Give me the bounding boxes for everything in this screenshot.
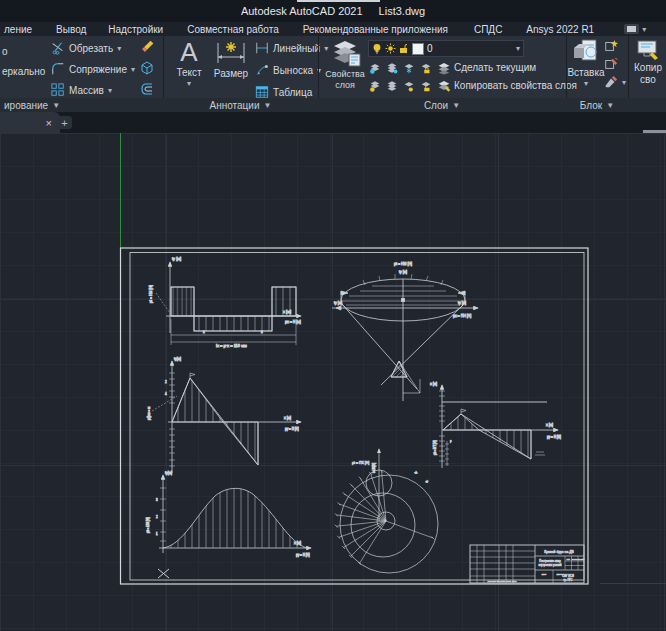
cut-button-label[interactable]: о (2, 46, 8, 57)
ribbon-tab-manage[interactable]: ление (2, 24, 34, 35)
svg-text:z [м]: z [м] (430, 382, 437, 386)
layer-lock-icon[interactable] (419, 61, 433, 75)
trim-button[interactable]: Обрезать ▾ (51, 41, 121, 55)
layer-isolate-icon[interactable] (385, 61, 399, 75)
erase-icon (139, 39, 155, 55)
svg-text:μу = П [Н]: μу = П [Н] (285, 427, 299, 431)
ribbon-display-options-button[interactable]: ▾ (624, 24, 646, 34)
svg-text:x [м]: x [м] (294, 541, 301, 545)
layer-tools-row-1 (368, 60, 452, 75)
block-editor-button[interactable]: ▾ (604, 75, 626, 89)
panel-label-annotation[interactable]: Аннотации ▼ (163, 98, 318, 112)
layer-on-icon[interactable] (368, 79, 382, 93)
svg-text:tх: tх (424, 479, 429, 484)
svg-text:μt = 100 [Н]: μt = 100 [Н] (146, 517, 150, 533)
match-layer-properties-button[interactable]: Копировать свойства слоя (454, 80, 577, 91)
dimension-icon (216, 39, 246, 67)
sun-icon (385, 43, 396, 54)
leader-button[interactable]: Выноска ▾ (255, 63, 321, 77)
chevron-down-icon: ▾ (642, 25, 646, 34)
insert-block-button[interactable]: Вставка ▾ (569, 38, 603, 88)
layer-dropdown[interactable]: 0 ▾ (368, 40, 524, 57)
ribbon: о еркально Обрезать ▾ Сопряжение (0, 36, 666, 112)
layer-properties-icon (328, 38, 362, 68)
ribbon-tab-featured-apps[interactable]: Рекомендованные приложения (301, 24, 450, 35)
linear-dimension-icon (255, 41, 269, 55)
svg-text:μt = НМ [Н]: μt = НМ [Н] (149, 285, 153, 303)
layer-dropdown-value: 0 (427, 43, 433, 54)
layer-properties-button[interactable]: Свойства слоя (322, 38, 368, 90)
layer-unlock-icon[interactable] (419, 79, 433, 93)
panel-layers: Свойства слоя 0 ▾ (318, 36, 566, 112)
explode-button[interactable] (139, 60, 155, 76)
layer-thaw-icon[interactable] (402, 79, 416, 93)
array-icon (51, 83, 65, 97)
autocad-window: Autodesk AutoCAD 2021 List3.dwg ление Вы… (0, 0, 666, 631)
layer-walk-icon[interactable] (385, 79, 399, 93)
epure-load-diagram: tу [м] x [м] μх = Н [м] μt = НМ [Н] lх =… (149, 256, 301, 348)
panel-label-block[interactable]: Блок ▼ (566, 98, 628, 112)
chevron-down-icon: ▾ (516, 44, 520, 53)
svg-text:tу: tу (413, 470, 418, 475)
dome-scheme-diagram: μt = НМ [Н] tу [м] tу [м] tу [м] μх = ПН… (332, 262, 478, 401)
svg-text:Лист: Лист (542, 573, 547, 575)
ribbon-tab-collaborate[interactable]: Совместная работа (185, 24, 281, 35)
text-button[interactable]: A Текст ▾ (171, 38, 207, 88)
match-layer-icon (436, 78, 452, 93)
svg-text:t=100[Н]: t=100[Н] (372, 463, 376, 473)
ribbon-tab-addins[interactable]: Надстройки (106, 24, 165, 35)
close-icon[interactable]: × (46, 117, 52, 129)
polar-diagram: μt = ПХ [Н] t=100[Н] tу tх ρ (335, 440, 452, 573)
make-current-icon (436, 60, 452, 75)
mirror-button[interactable]: еркально (2, 66, 45, 77)
svg-text:СФУ ИСИ: СФУ ИСИ (562, 574, 574, 578)
layer-off-icon[interactable] (368, 61, 382, 75)
svg-text:μt = НТ [Н]: μt = НТ [Н] (433, 440, 437, 455)
offset-icon (139, 81, 155, 97)
svg-text:Масшт: Масшт (578, 558, 584, 560)
layer-freeze-icon[interactable] (402, 61, 416, 75)
table-button[interactable]: Таблица (255, 85, 312, 99)
svg-text:μ(t)со = м: μ(t)со = м (147, 407, 151, 420)
panel-label-properties[interactable] (628, 98, 666, 112)
svg-text:ρ: ρ (450, 440, 452, 443)
panel-label-layers[interactable]: Слои ▼ (318, 98, 566, 112)
layer-color-swatch (412, 43, 424, 55)
block-editor-icon (604, 75, 618, 89)
svg-text:гр. ПГС: гр. ПГС (564, 578, 573, 582)
chevron-down-icon: ▾ (131, 65, 135, 74)
svg-text:1: 1 (156, 532, 158, 536)
chevron-down-icon: ▼ (52, 101, 60, 110)
dimension-button[interactable]: Размер (211, 39, 251, 79)
chevron-down-icon: ▼ (606, 101, 614, 110)
shear-diagram-left: tу[м] x [м] μу = П [Н] μ(t)со = м 2 4 (147, 357, 301, 473)
panel-modify: о еркально Обрезать ▾ Сопряжение (0, 36, 163, 112)
drawing-canvas[interactable]: tу [м] x [м] μх = Н [м] μt = НМ [Н] lх =… (0, 133, 666, 631)
insert-block-icon (572, 38, 600, 66)
svg-text:4: 4 (165, 392, 167, 396)
ribbon-tab-output[interactable]: Вывод (54, 24, 88, 35)
offset-button[interactable] (139, 81, 155, 97)
ribbon-tab-bar: ление Вывод Надстройки Совместная работа… (0, 22, 666, 36)
ribbon-tab-ansys[interactable]: Ansys 2022 R1 (524, 24, 596, 35)
make-current-button[interactable]: Сделать текущим (454, 62, 536, 73)
fillet-button[interactable]: Сопряжение ▾ (51, 62, 135, 76)
file-tab-bar: × + (0, 112, 666, 133)
unlock-icon (399, 43, 409, 54)
erase-button[interactable] (139, 39, 155, 55)
match-properties-button[interactable]: Копир сво (632, 39, 664, 85)
create-block-button[interactable] (604, 39, 618, 53)
drawing-file-tab[interactable]: × (0, 112, 60, 133)
edit-attributes-button[interactable] (604, 57, 618, 71)
panel-label-modify[interactable]: ирование ▼ (0, 98, 163, 112)
ribbon-tab-spds[interactable]: СПДС (472, 24, 504, 35)
array-button[interactable]: Массив ▾ (51, 83, 112, 97)
svg-text:tу[м]: tу[м] (174, 357, 181, 361)
layer-tools-row-2 (368, 78, 452, 93)
create-block-icon (604, 39, 618, 53)
svg-text:tу [м]: tу [м] (399, 270, 407, 274)
titlebar-highlight (297, 0, 380, 2)
chevron-down-icon: ▼ (264, 101, 272, 110)
new-drawing-tab-button[interactable]: + (57, 116, 72, 129)
panel-annotation: A Текст ▾ Размер (163, 36, 318, 112)
